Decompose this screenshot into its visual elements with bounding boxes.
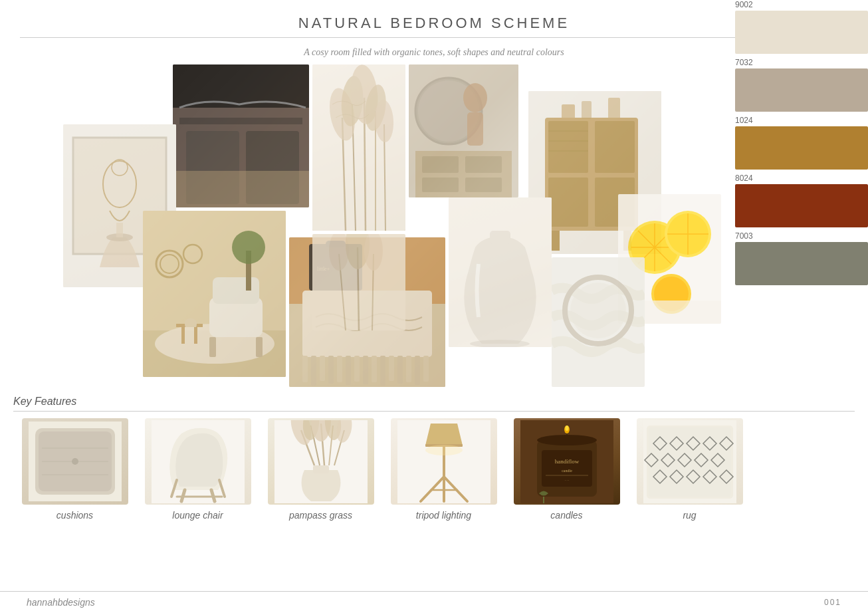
lamp-label: tripod lighting bbox=[416, 510, 471, 521]
cushion-label: cushions bbox=[56, 510, 93, 521]
svg-rect-44 bbox=[552, 231, 560, 251]
svg-rect-79 bbox=[397, 356, 403, 384]
svg-rect-77 bbox=[380, 356, 385, 386]
svg-rect-3 bbox=[173, 64, 309, 108]
svg-rect-72 bbox=[337, 356, 342, 382]
svg-rect-6 bbox=[173, 171, 309, 207]
feature-rug: rug bbox=[628, 418, 751, 521]
swatch-block-9002 bbox=[735, 11, 868, 54]
swatch-block-1024 bbox=[735, 126, 868, 170]
svg-point-106 bbox=[570, 283, 626, 338]
bathroom-image bbox=[409, 64, 518, 197]
svg-rect-70 bbox=[320, 356, 325, 381]
svg-rect-74 bbox=[354, 356, 360, 382]
key-features-divider bbox=[13, 411, 855, 412]
svg-rect-2 bbox=[179, 118, 302, 124]
vase-image bbox=[449, 197, 552, 347]
svg-rect-37 bbox=[548, 121, 588, 173]
svg-rect-71 bbox=[328, 356, 334, 384]
cushion-image bbox=[22, 418, 128, 505]
swatch-8024: 8024 bbox=[735, 174, 868, 227]
svg-point-157 bbox=[537, 435, 597, 445]
page-footer: hannahbdesigns 001 bbox=[0, 591, 868, 613]
svg-rect-30 bbox=[422, 178, 459, 192]
swatch-block-7032 bbox=[735, 68, 868, 112]
svg-rect-31 bbox=[465, 178, 502, 192]
svg-rect-46 bbox=[562, 104, 575, 119]
boho-image bbox=[143, 211, 286, 377]
chair-image bbox=[145, 418, 251, 505]
bed-image bbox=[173, 64, 309, 207]
svg-rect-128 bbox=[313, 465, 329, 473]
rug-image bbox=[637, 418, 743, 505]
svg-rect-82 bbox=[423, 356, 429, 382]
candle-label: candles bbox=[550, 510, 582, 521]
svg-text:· · ·: · · · bbox=[564, 479, 568, 482]
svg-rect-47 bbox=[608, 98, 620, 119]
svg-rect-12 bbox=[116, 223, 123, 237]
swatch-block-8024 bbox=[735, 184, 868, 227]
svg-rect-28 bbox=[422, 156, 459, 173]
svg-point-156 bbox=[565, 426, 568, 431]
swatch-7003: 7003 bbox=[735, 231, 868, 285]
svg-rect-64 bbox=[194, 327, 197, 344]
svg-rect-87 bbox=[490, 231, 510, 244]
footer-page-number: 001 bbox=[824, 598, 841, 607]
lamp-image bbox=[391, 418, 497, 505]
pampas-lower-image bbox=[312, 234, 405, 330]
moodboard-collage: little+ bbox=[27, 64, 841, 390]
feature-pampas-grass: pampass grass bbox=[259, 418, 382, 521]
svg-rect-76 bbox=[372, 356, 377, 382]
swatch-7032: 7032 bbox=[735, 58, 868, 112]
svg-rect-48 bbox=[582, 101, 592, 119]
svg-rect-81 bbox=[415, 356, 420, 385]
svg-rect-68 bbox=[302, 356, 308, 382]
svg-rect-38 bbox=[595, 121, 635, 173]
svg-point-61 bbox=[232, 231, 265, 264]
svg-rect-39 bbox=[548, 178, 588, 227]
key-features-title: Key Features bbox=[13, 396, 855, 408]
swatch-1024: 1024 bbox=[735, 116, 868, 170]
svg-rect-33 bbox=[467, 112, 483, 146]
soft-textile-image bbox=[552, 257, 645, 387]
swatch-block-7003 bbox=[735, 242, 868, 285]
color-swatches-panel: 9002 7032 1024 8024 7003 bbox=[735, 0, 868, 285]
svg-rect-58 bbox=[209, 337, 216, 357]
chair-label: lounge chair bbox=[172, 510, 223, 521]
svg-point-32 bbox=[463, 83, 487, 112]
pampas-image bbox=[312, 64, 405, 231]
feature-lounge-chair: lounge chair bbox=[136, 418, 259, 521]
svg-rect-75 bbox=[363, 356, 368, 384]
svg-rect-57 bbox=[213, 277, 259, 304]
features-row: cushions loung bbox=[13, 418, 855, 521]
svg-text:handiflow: handiflow bbox=[554, 458, 579, 465]
svg-rect-78 bbox=[389, 356, 394, 381]
pampas-feature-image bbox=[268, 418, 374, 505]
svg-point-146 bbox=[425, 445, 463, 455]
feature-candles: handiflow candle · · · candles bbox=[505, 418, 628, 521]
svg-rect-73 bbox=[346, 356, 351, 385]
svg-rect-69 bbox=[311, 356, 316, 386]
svg-rect-29 bbox=[465, 156, 502, 173]
candle-image: handiflow candle · · · bbox=[514, 418, 620, 505]
svg-rect-59 bbox=[256, 337, 263, 357]
rug-label: rug bbox=[683, 510, 696, 521]
svg-point-120 bbox=[72, 458, 78, 465]
swatch-9002: 9002 bbox=[735, 0, 868, 54]
feature-tripod-lighting: tripod lighting bbox=[382, 418, 505, 521]
svg-text:candle: candle bbox=[562, 469, 572, 473]
key-features-section: Key Features cushions bbox=[13, 396, 855, 521]
svg-rect-63 bbox=[181, 327, 185, 344]
feature-cushions: cushions bbox=[13, 418, 136, 521]
svg-rect-80 bbox=[406, 356, 411, 382]
footer-brand: hannahbdesigns bbox=[27, 597, 95, 608]
pampas-label: pampass grass bbox=[289, 510, 352, 521]
